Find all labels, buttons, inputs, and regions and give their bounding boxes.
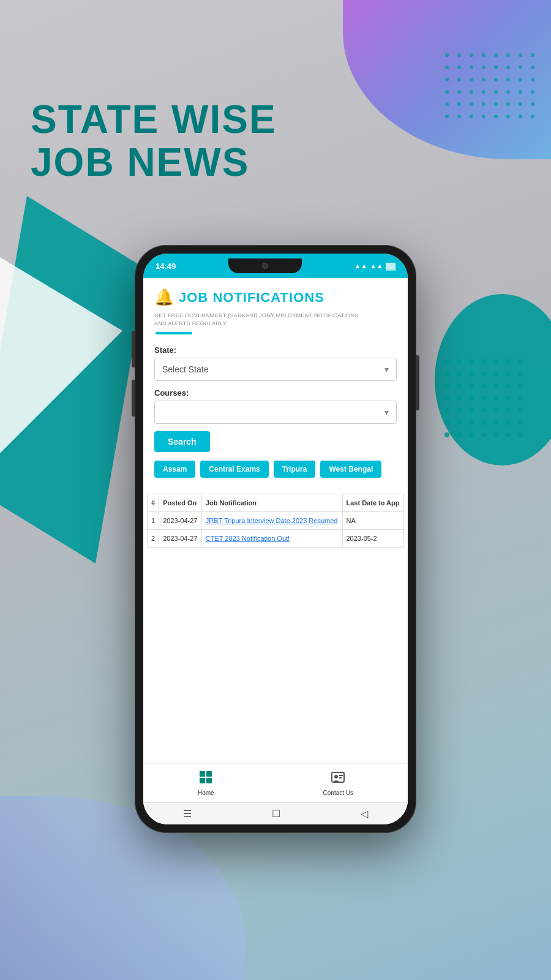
- svg-point-81: [506, 408, 511, 413]
- chevron-down-icon-2: ▾: [384, 407, 389, 417]
- app-title: JOB NOTIFICATIONS: [179, 290, 324, 306]
- svg-point-44: [494, 115, 498, 118]
- svg-point-65: [481, 383, 486, 388]
- decorative-line: [156, 332, 192, 334]
- svg-point-70: [457, 396, 462, 401]
- status-icons: ▲▲ ▲▲ ▓▓: [354, 262, 395, 270]
- svg-point-31: [531, 90, 534, 94]
- svg-rect-97: [200, 771, 205, 777]
- svg-point-29: [506, 90, 510, 94]
- svg-point-71: [469, 396, 474, 401]
- col-header-num: #: [148, 494, 159, 512]
- cell-num: 1: [148, 512, 159, 530]
- page-title: STATE WISE JOB NEWS: [31, 98, 277, 184]
- tag-central-exams[interactable]: Central Exams: [200, 461, 268, 478]
- svg-point-43: [482, 115, 485, 118]
- contact-icon: [331, 770, 345, 788]
- svg-point-73: [493, 396, 498, 401]
- svg-point-45: [506, 115, 510, 118]
- cell-lastdate: NA: [342, 512, 404, 530]
- svg-point-3: [482, 53, 485, 57]
- tag-west-bengal[interactable]: West Bengal: [320, 461, 381, 478]
- svg-point-54: [518, 359, 523, 364]
- state-select[interactable]: Select State ▾: [154, 358, 397, 381]
- svg-point-4: [494, 53, 498, 57]
- col-header-posted: Posted On: [159, 494, 202, 512]
- svg-point-89: [518, 420, 523, 425]
- svg-point-39: [531, 102, 534, 106]
- svg-point-53: [506, 359, 511, 364]
- svg-point-1: [457, 53, 461, 57]
- svg-point-52: [493, 359, 498, 364]
- svg-point-10: [470, 66, 473, 69]
- svg-point-7: [531, 53, 534, 57]
- svg-point-49: [457, 359, 462, 364]
- app-header: 🔔 JOB NOTIFICATIONS GET FREE GOVERNMENT …: [143, 278, 408, 338]
- svg-point-13: [506, 66, 510, 69]
- cell-notification: CTET 2023 Notification Out!: [201, 530, 342, 548]
- svg-point-46: [519, 115, 522, 118]
- search-button[interactable]: Search: [154, 431, 210, 452]
- svg-point-86: [481, 420, 486, 425]
- svg-point-102: [334, 775, 338, 778]
- svg-point-59: [493, 371, 498, 376]
- home-label: Home: [198, 790, 214, 796]
- svg-point-91: [457, 432, 462, 437]
- home-android-icon[interactable]: ☐: [272, 808, 280, 820]
- svg-point-62: [444, 383, 449, 388]
- cell-lastdate: 2023-05-2: [342, 530, 404, 548]
- tag-tripura[interactable]: Tripura: [274, 461, 316, 478]
- svg-point-92: [469, 432, 474, 437]
- svg-point-42: [470, 115, 473, 118]
- back-icon[interactable]: ◁: [361, 808, 368, 820]
- svg-point-2: [470, 53, 473, 57]
- svg-point-80: [493, 408, 498, 413]
- svg-point-57: [469, 371, 474, 376]
- svg-point-17: [457, 78, 461, 81]
- svg-point-66: [493, 383, 498, 388]
- svg-point-26: [470, 90, 473, 94]
- table-row: 1 2023-04-27 JRBT Tripura Interview Date…: [148, 512, 404, 530]
- nav-home[interactable]: Home: [198, 770, 214, 796]
- svg-point-5: [506, 53, 510, 57]
- courses-select[interactable]: ▾: [154, 401, 397, 424]
- svg-point-95: [506, 432, 511, 437]
- nav-contact[interactable]: Contact Us: [323, 770, 353, 796]
- notch: [228, 258, 302, 273]
- svg-point-19: [482, 78, 485, 81]
- svg-point-51: [481, 359, 486, 364]
- svg-point-8: [445, 66, 449, 69]
- power-button: [416, 355, 419, 410]
- notification-link[interactable]: JRBT Tripura Interview Date 2023 Resumed: [206, 517, 338, 524]
- svg-point-20: [494, 78, 498, 81]
- table-header-row: # Posted On Job Notification Last Date t…: [148, 494, 404, 512]
- tag-assam[interactable]: Assam: [154, 461, 195, 478]
- app-content: 🔔 JOB NOTIFICATIONS GET FREE GOVERNMENT …: [143, 278, 408, 824]
- svg-point-94: [493, 432, 498, 437]
- svg-point-79: [481, 408, 486, 413]
- svg-point-63: [457, 383, 462, 388]
- volume-up-button: [132, 331, 135, 368]
- svg-point-16: [445, 78, 449, 81]
- svg-point-67: [506, 383, 511, 388]
- svg-point-9: [457, 66, 461, 69]
- svg-point-0: [445, 53, 449, 57]
- results-table-wrap: # Posted On Job Notification Last Date t…: [143, 494, 408, 763]
- svg-point-69: [444, 396, 449, 401]
- svg-point-87: [493, 420, 498, 425]
- svg-point-90: [444, 432, 449, 437]
- status-time: 14:49: [156, 262, 176, 271]
- svg-point-6: [519, 53, 522, 57]
- svg-point-18: [470, 78, 473, 81]
- svg-point-35: [482, 102, 485, 106]
- svg-point-78: [469, 408, 474, 413]
- state-label: State:: [154, 345, 397, 355]
- logo-row: 🔔 JOB NOTIFICATIONS: [154, 288, 397, 307]
- android-navigation-bar: ☰ ☐ ◁: [143, 802, 408, 824]
- svg-point-38: [519, 102, 522, 106]
- svg-point-60: [506, 371, 511, 376]
- svg-point-40: [445, 115, 449, 118]
- notification-link-2[interactable]: CTET 2023 Notification Out!: [206, 535, 290, 542]
- menu-icon[interactable]: ☰: [183, 808, 192, 820]
- col-header-lastdate: Last Date to App: [342, 494, 404, 512]
